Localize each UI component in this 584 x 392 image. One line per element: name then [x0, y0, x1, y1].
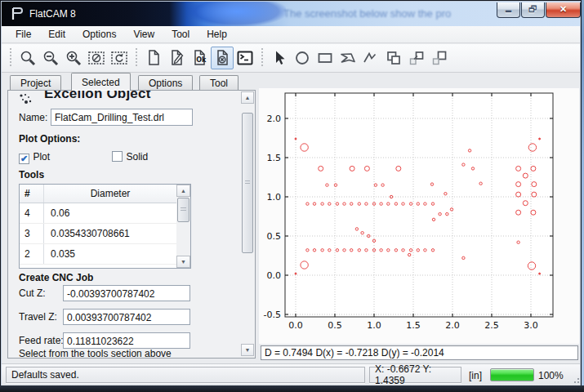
- tool-number[interactable]: 4: [20, 203, 44, 223]
- solid-checkbox-box[interactable]: [112, 151, 123, 162]
- status-bar: Defaults saved. X: -0.6672 Y: 1.4359 [in…: [2, 363, 580, 386]
- ok-file-icon: Ok: [189, 48, 209, 68]
- close-button[interactable]: ✕: [546, 2, 581, 18]
- circle-tool-icon: [292, 48, 312, 68]
- tool-number[interactable]: 2: [20, 244, 44, 264]
- title-bar[interactable]: The screenshot below show the pro FlatCA…: [2, 2, 580, 26]
- path-tool-icon: [361, 48, 381, 68]
- plot-canvas[interactable]: 0.00.51.01.52.02.53.0-0.50.00.51.01.52.0: [259, 88, 579, 344]
- shell-icon: [235, 48, 255, 68]
- tools-scroll-down-icon[interactable]: ▼: [176, 256, 190, 268]
- rectangle-tool-icon: [315, 48, 335, 68]
- tools-scrollbar-thumb[interactable]: [177, 198, 189, 222]
- tool-diameter[interactable]: 0.0354330708661: [44, 224, 176, 243]
- panel-scrollbar-thumb[interactable]: [242, 113, 253, 253]
- path-tool-icon-button[interactable]: [359, 47, 382, 69]
- tool-diameter[interactable]: 0.06: [44, 203, 176, 223]
- window-title: FlatCAM 8: [29, 8, 76, 20]
- tool-number[interactable]: 3: [20, 224, 44, 243]
- tool-diameter[interactable]: 0.035: [44, 244, 176, 264]
- tab-tool[interactable]: Tool: [199, 75, 239, 91]
- menu-item-options[interactable]: Options: [75, 27, 123, 42]
- svg-text:-0.5: -0.5: [264, 310, 281, 320]
- copy-objects-icon-button[interactable]: [382, 47, 405, 69]
- new-file-icon-button[interactable]: [142, 47, 165, 69]
- cut-z-input[interactable]: -0.00393700787402: [63, 285, 190, 301]
- menu-item-help[interactable]: Help: [199, 27, 234, 42]
- panel-scroll-up-icon[interactable]: ▲: [241, 91, 254, 104]
- toolbar: Ok: [2, 44, 580, 73]
- tools-table-scrollbar[interactable]: ▲ ▼: [176, 185, 190, 268]
- svg-text:1.0: 1.0: [367, 320, 381, 331]
- window-bottom-frame: [0, 385, 584, 392]
- tools-col-diameter: Diameter: [44, 185, 176, 203]
- resize-grip[interactable]: [571, 375, 581, 385]
- edit-file-icon: [167, 48, 186, 68]
- plot-checkbox-box[interactable]: ✔: [19, 154, 29, 164]
- menu-item-edit[interactable]: Edit: [41, 27, 73, 42]
- name-label: Name:: [19, 112, 47, 123]
- drill-hole: [539, 138, 541, 140]
- titlebar-glass-glow: [188, 2, 286, 26]
- minimize-button[interactable]: 🗕: [497, 2, 520, 18]
- checkbox-solid[interactable]: Solid: [112, 149, 148, 163]
- background-page-text: The screenshot below show the pro: [283, 7, 520, 20]
- drill-hole: [295, 273, 296, 274]
- plot-options-row: ✔ Plot Solid: [19, 149, 239, 162]
- delete-object-icon: [212, 48, 232, 68]
- move-objects-icon: [430, 48, 449, 68]
- copy-objects-icon: [384, 48, 403, 68]
- shell-icon-button[interactable]: [234, 47, 256, 69]
- panel-title: Excellon Object: [44, 90, 151, 102]
- status-message: Defaults saved.: [6, 367, 365, 383]
- svg-text:Ok: Ok: [196, 56, 207, 64]
- new-file-icon: [144, 48, 163, 68]
- menu-item-file[interactable]: File: [8, 27, 38, 42]
- feed-rate-label: Feed rate:: [19, 335, 64, 346]
- move-objects-icon-button[interactable]: [428, 47, 451, 69]
- tools-table-row[interactable]: 20.035: [20, 244, 176, 265]
- panel-scroll-down-icon[interactable]: ▼: [241, 344, 254, 356]
- circle-tool-icon-button[interactable]: [291, 47, 314, 69]
- tab-project[interactable]: Project: [10, 75, 61, 91]
- svg-text:2.0: 2.0: [267, 114, 282, 124]
- selected-tab-panel: Excellon Object Name: FlatCam_Drilling_T…: [7, 90, 256, 359]
- svg-text:3.0: 3.0: [524, 320, 538, 331]
- measurement-readout: D = 0.7494 D(x) = -0.7218 D(y) = -0.2014: [261, 345, 578, 360]
- travel-z-input[interactable]: 0.00393700787402: [63, 309, 190, 325]
- polygon-tool-icon-button[interactable]: [337, 47, 359, 69]
- pointer-icon-button[interactable]: [268, 47, 291, 69]
- tab-selected[interactable]: Selected: [71, 73, 131, 91]
- tab-options[interactable]: Options: [138, 75, 193, 91]
- ok-file-icon-button[interactable]: Ok: [188, 47, 211, 69]
- edit-file-icon-button[interactable]: [165, 47, 188, 69]
- tools-scroll-up-icon[interactable]: ▲: [176, 185, 190, 197]
- maximize-button[interactable]: 🗗: [521, 2, 545, 18]
- tools-table: # Diameter 40.0630.035433070866120.035 ▲…: [19, 184, 191, 269]
- toolbar-grip[interactable]: [134, 48, 139, 68]
- tools-table-row[interactable]: 30.0354330708661: [20, 224, 176, 244]
- menu-item-tool[interactable]: Tool: [164, 27, 197, 42]
- menu-item-view[interactable]: View: [126, 27, 162, 42]
- rectangle-tool-icon-button[interactable]: [314, 47, 337, 69]
- toolbar-grip[interactable]: [260, 48, 265, 68]
- clear-plot-icon: [87, 48, 106, 68]
- replot-icon-button[interactable]: [108, 47, 131, 69]
- tools-table-row[interactable]: 40.06: [20, 203, 176, 224]
- toolbar-grip[interactable]: [8, 48, 13, 68]
- copy-geometry-icon-button[interactable]: [405, 47, 428, 69]
- tools-label: Tools: [19, 169, 44, 180]
- copy-geometry-icon: [407, 48, 426, 68]
- name-input[interactable]: FlatCam_Drilling_Test.drl: [51, 109, 193, 126]
- checkbox-plot[interactable]: ✔ Plot: [19, 149, 50, 164]
- drill-hole: [539, 273, 541, 274]
- zoom-in-icon-button[interactable]: [62, 47, 85, 69]
- panel-scrollbar[interactable]: ▲ ▼: [241, 91, 255, 358]
- feed-rate-input[interactable]: 0.11811023622: [63, 332, 190, 349]
- zoom-fit-icon-button[interactable]: [16, 47, 39, 69]
- zoom-out-icon-button[interactable]: [39, 47, 62, 69]
- delete-object-icon-button[interactable]: [211, 47, 234, 69]
- svg-text:1.5: 1.5: [406, 320, 421, 331]
- tools-table-body: 40.0630.035433070866120.035: [20, 203, 190, 265]
- clear-plot-icon-button[interactable]: [85, 47, 108, 69]
